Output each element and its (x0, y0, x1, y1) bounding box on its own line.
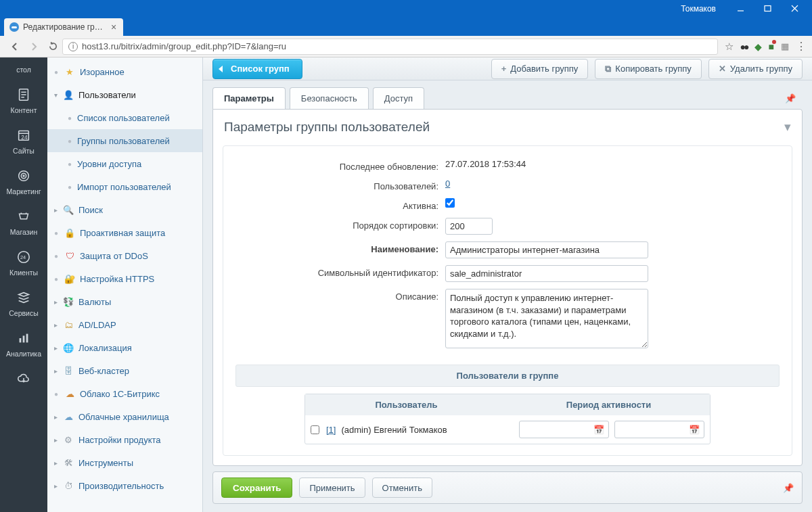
bullet-icon: ● (68, 183, 74, 191)
servers-icon: 🗄 (62, 365, 74, 377)
svg-rect-0 (765, 6, 771, 11)
cloud-storage-icon: ☁ (62, 411, 74, 423)
browser-tabstrip: Редактирование группы × (0, 17, 812, 36)
rail-item-sites[interactable]: 24Сайты (0, 121, 47, 162)
tree-localization[interactable]: ▸🌐Локализация (47, 336, 202, 359)
browser-tab[interactable]: Редактирование группы × (4, 18, 123, 36)
plus-icon: + (501, 64, 507, 74)
tree-access-levels[interactable]: ●Уровни доступа (47, 152, 202, 175)
url-text: host13.ru/bitrix/admin/group_edit.php?ID… (82, 41, 286, 51)
tree-tools[interactable]: ▸🛠Инструменты (47, 451, 202, 474)
cancel-button[interactable]: Отменить (372, 478, 432, 498)
copy-icon: ⧉ (605, 64, 611, 74)
svg-text:24: 24 (21, 135, 28, 141)
users-in-group-heading: Пользователи в группе (235, 365, 780, 387)
tree-product-settings[interactable]: ▸⚙Настройки продукта (47, 428, 202, 451)
delete-group-button[interactable]: ✕Удалить группу (708, 59, 803, 79)
label-desc: Описание: (235, 289, 445, 302)
nav-forward-button[interactable] (24, 38, 43, 55)
tree-import-users[interactable]: ●Импорт пользователей (47, 175, 202, 198)
add-group-button[interactable]: +Добавить группу (491, 59, 589, 79)
site-info-icon[interactable]: i (68, 42, 78, 51)
pin-icon[interactable]: 📌 (785, 93, 796, 103)
rail-item-shop[interactable]: Магазин (0, 202, 47, 243)
tab-access[interactable]: Доступ (373, 87, 424, 109)
label-active: Активна: (235, 198, 445, 211)
rail-item-desktop[interactable]: стол (0, 60, 47, 80)
tree-https[interactable]: ●🔐Настройка HTTPS (47, 267, 202, 290)
currency-icon: 💱 (62, 296, 74, 308)
tree-proactive[interactable]: ●🔒Проактивная защита (47, 221, 202, 244)
wrench-icon: 🛠 (62, 457, 74, 469)
table-row: [1] (admin) Евгений Токмаков 📅 📅 (305, 415, 710, 444)
gear-icon: ⚙ (62, 434, 74, 446)
tree-user-groups[interactable]: ●Группы пользователей (47, 129, 202, 152)
sort-input[interactable] (445, 218, 493, 235)
gauge-icon: ⏱ (62, 480, 74, 492)
magnifier-icon: 🔍 (62, 204, 74, 216)
back-to-list-button[interactable]: Список групп (212, 59, 302, 79)
users-table: Пользователь Период активности [1] (admi… (304, 394, 710, 444)
value-updated: 27.07.2018 17:53:44 (445, 159, 526, 169)
tree-webcluster[interactable]: ▸🗄Веб-кластер (47, 359, 202, 382)
tree-search[interactable]: ▸🔍Поиск (47, 198, 202, 221)
tree-users[interactable]: ▾👤Пользователи (47, 83, 202, 106)
window-maximize-button[interactable] (754, 1, 781, 16)
active-checkbox[interactable] (445, 198, 455, 208)
browser-address-bar: i host13.ru/bitrix/admin/group_edit.php?… (0, 36, 812, 57)
rail-item-clients[interactable]: 24Клиенты (0, 243, 47, 283)
pin-icon[interactable]: 📌 (783, 483, 794, 493)
tab-security[interactable]: Безопасность (290, 87, 369, 109)
label-sid: Символьный идентификатор: (235, 265, 445, 278)
tree-currencies[interactable]: ▸💱Валюты (47, 290, 202, 313)
tab-params[interactable]: Параметры (212, 87, 286, 109)
window-close-button[interactable] (781, 1, 808, 16)
window-minimize-button[interactable] (727, 1, 754, 16)
svg-rect-10 (23, 335, 25, 342)
collapse-icon[interactable]: ▾ (784, 119, 791, 135)
nav-back-button[interactable] (5, 38, 24, 55)
cloud-download-icon (15, 370, 32, 388)
rail-item-content[interactable]: Контент (0, 80, 47, 121)
tab-close-icon[interactable]: × (111, 22, 116, 32)
bullet-icon: ● (54, 275, 61, 283)
tree-cloud-storage[interactable]: ▸☁Облачные хранилища (47, 405, 202, 428)
user-id-link[interactable]: [1] (326, 425, 336, 435)
sid-input[interactable] (445, 265, 648, 282)
rail-item-cloud[interactable] (0, 365, 47, 397)
tree-cloud1c[interactable]: ●☁Облако 1С-Битрикс (47, 382, 202, 405)
cart-icon (15, 208, 32, 225)
date-from-input[interactable]: 📅 (519, 421, 609, 438)
stack-icon (15, 289, 32, 306)
tree-favorites[interactable]: ●★Изоранное (47, 60, 202, 83)
nav-reload-button[interactable] (43, 38, 62, 55)
svg-text:24: 24 (20, 254, 26, 260)
extension-shield-icon[interactable]: ◆ (754, 41, 762, 52)
bitrix-favicon-icon (9, 22, 19, 32)
extension-square-icon[interactable]: ▦ (781, 41, 789, 51)
bookmark-star-icon[interactable]: ☆ (725, 41, 734, 53)
save-button[interactable]: Сохранить (221, 478, 292, 498)
tree-user-list[interactable]: ●Список пользователей (47, 106, 202, 129)
tree-ddos[interactable]: ●🛡Защита от DDoS (47, 244, 202, 267)
row-checkbox[interactable] (311, 425, 319, 434)
tree-performance[interactable]: ▸⏱Производительность (47, 474, 202, 497)
tree-adldap[interactable]: ▸🗂AD/LDAP (47, 313, 202, 336)
rail-item-analytics[interactable]: Аналитика (0, 324, 47, 365)
desc-textarea[interactable]: Полный доступ к управлению интернет-мага… (445, 289, 648, 348)
apply-button[interactable]: Применить (299, 478, 365, 498)
chevron-right-icon: ▸ (54, 436, 61, 444)
name-input[interactable] (445, 241, 648, 258)
incognito-icon[interactable]: ●● (740, 41, 748, 52)
browser-menu-icon[interactable]: ⋮ (796, 40, 807, 53)
bullet-icon: ● (54, 390, 61, 398)
bullet-icon: ● (68, 137, 74, 145)
chevron-right-icon: ▸ (54, 413, 61, 421)
copy-group-button[interactable]: ⧉Копировать группу (595, 59, 702, 79)
extension-adblock-icon[interactable]: ■ (769, 41, 774, 52)
url-input[interactable]: i host13.ru/bitrix/admin/group_edit.php?… (62, 39, 718, 55)
rail-item-marketing[interactable]: Маркетинг (0, 162, 47, 202)
date-to-input[interactable]: 📅 (614, 421, 704, 438)
users-count-link[interactable]: 0 (445, 179, 450, 189)
rail-item-services[interactable]: Сервисы (0, 283, 47, 324)
